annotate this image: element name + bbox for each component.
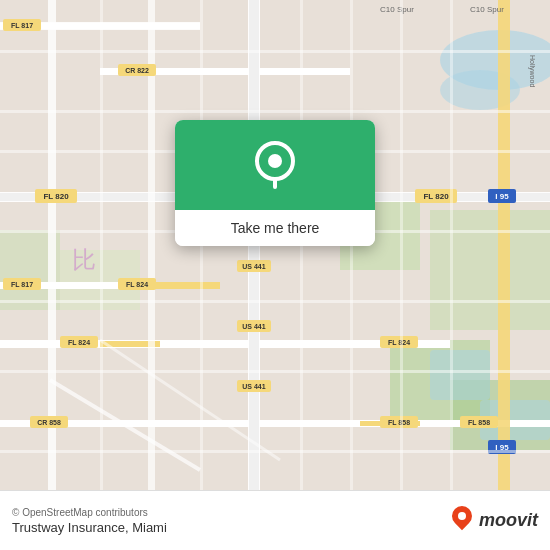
svg-text:US 441: US 441: [242, 263, 265, 270]
copyright-text: © OpenStreetMap contributors: [12, 507, 167, 518]
svg-rect-66: [0, 110, 550, 113]
popup-header: [175, 120, 375, 210]
svg-text:US 441: US 441: [242, 323, 265, 330]
svg-text:C10 Spur: C10 Spur: [380, 5, 414, 14]
svg-rect-71: [0, 450, 550, 453]
map-view[interactable]: FL 820 FL 820 FL 820 FL 817 FL 817 FL 82…: [0, 0, 550, 490]
svg-text:FL 824: FL 824: [68, 339, 90, 346]
location-title: Trustway Insurance, Miami: [12, 520, 167, 535]
svg-text:CR 822: CR 822: [125, 67, 149, 74]
svg-rect-65: [0, 50, 550, 53]
svg-text:C10 Spur: C10 Spur: [470, 5, 504, 14]
navigation-popup: Take me there: [175, 120, 375, 246]
svg-text:FL 824: FL 824: [388, 339, 410, 346]
svg-text:CR 858: CR 858: [37, 419, 61, 426]
location-pin-icon: [253, 139, 297, 191]
svg-text:I 95: I 95: [495, 192, 509, 201]
svg-rect-21: [300, 420, 550, 427]
svg-text:FL 858: FL 858: [388, 419, 410, 426]
svg-rect-69: [0, 300, 550, 303]
svg-rect-9: [430, 350, 490, 400]
svg-text:FL 817: FL 817: [11, 22, 33, 29]
svg-text:FL 817: FL 817: [11, 281, 33, 288]
svg-point-82: [268, 154, 282, 168]
svg-text:Hollywood: Hollywood: [528, 55, 536, 87]
svg-rect-70: [0, 370, 550, 373]
svg-rect-83: [273, 177, 277, 189]
svg-text:FL 858: FL 858: [468, 419, 490, 426]
svg-rect-72: [100, 0, 103, 490]
svg-rect-27: [498, 0, 510, 490]
svg-rect-77: [450, 0, 453, 490]
svg-text:比: 比: [72, 246, 96, 273]
take-me-there-button[interactable]: Take me there: [175, 210, 375, 246]
moovit-pin-dot: [458, 512, 466, 520]
svg-rect-76: [400, 0, 403, 490]
svg-text:FL 820: FL 820: [43, 192, 69, 201]
svg-text:FL 820: FL 820: [423, 192, 449, 201]
moovit-brand-text: moovit: [479, 510, 538, 531]
moovit-logo[interactable]: moovit: [449, 506, 538, 536]
bottom-bar: © OpenStreetMap contributors Trustway In…: [0, 490, 550, 550]
bottom-info: © OpenStreetMap contributors Trustway In…: [12, 507, 167, 535]
svg-text:US 441: US 441: [242, 383, 265, 390]
svg-text:FL 824: FL 824: [126, 281, 148, 288]
svg-rect-2: [430, 210, 550, 330]
